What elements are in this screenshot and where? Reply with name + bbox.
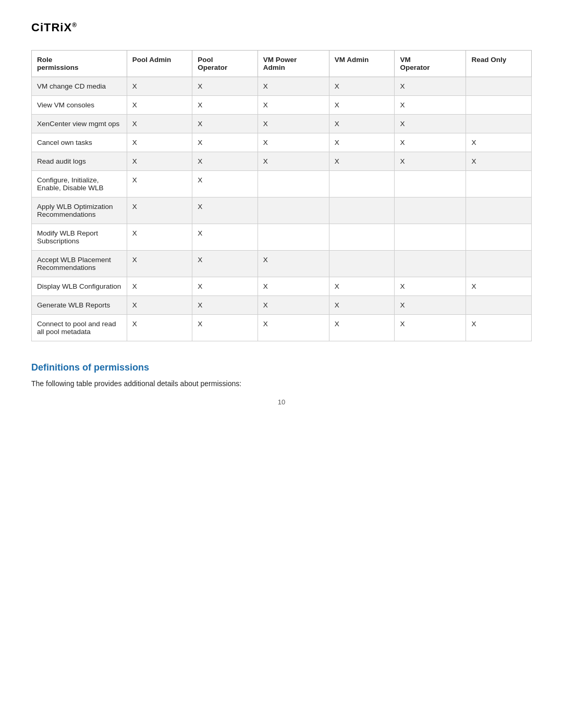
cell-vm_power: X bbox=[258, 296, 329, 315]
cell-read_only: X bbox=[466, 277, 532, 296]
cell-role: Configure, Initialize, Enable, Disable W… bbox=[32, 171, 127, 198]
cell-vm_op: X bbox=[395, 296, 466, 315]
table-row: View VM consolesXXXXX bbox=[32, 96, 532, 115]
cell-pool_admin: X bbox=[127, 171, 192, 198]
cell-vm_op: X bbox=[395, 315, 466, 341]
cell-vm_admin bbox=[329, 251, 395, 277]
header-vm-power-admin: VM PowerAdmin bbox=[258, 51, 329, 77]
cell-pool_op: X bbox=[192, 77, 258, 96]
page-number: 10 bbox=[31, 398, 532, 406]
table-row: VM change CD mediaXXXXX bbox=[32, 77, 532, 96]
header-pool-admin: Pool Admin bbox=[127, 51, 192, 77]
cell-vm_op: X bbox=[395, 77, 466, 96]
table-row: XenCenter view mgmt opsXXXXX bbox=[32, 115, 532, 133]
cell-pool_op: X bbox=[192, 152, 258, 171]
cell-read_only bbox=[466, 251, 532, 277]
cell-vm_power bbox=[258, 224, 329, 251]
cell-vm_power: X bbox=[258, 133, 329, 152]
cell-pool_op: X bbox=[192, 115, 258, 133]
cell-vm_admin bbox=[329, 198, 395, 224]
cell-pool_op: X bbox=[192, 198, 258, 224]
cell-vm_op bbox=[395, 251, 466, 277]
cell-role: Apply WLB Optimization Recommendations bbox=[32, 198, 127, 224]
cell-pool_admin: X bbox=[127, 315, 192, 341]
cell-vm_admin bbox=[329, 224, 395, 251]
table-row: Connect to pool and read all pool metada… bbox=[32, 315, 532, 341]
cell-read_only bbox=[466, 296, 532, 315]
cell-vm_op: X bbox=[395, 133, 466, 152]
cell-read_only bbox=[466, 77, 532, 96]
definitions-description: The following table provides additional … bbox=[31, 379, 532, 388]
table-row: Apply WLB Optimization RecommendationsXX bbox=[32, 198, 532, 224]
cell-vm_admin: X bbox=[329, 152, 395, 171]
cell-vm_op: X bbox=[395, 277, 466, 296]
cell-pool_op: X bbox=[192, 171, 258, 198]
header-role: Rolepermissions bbox=[32, 51, 127, 77]
header-read-only: Read Only bbox=[466, 51, 532, 77]
header-pool-operator: PoolOperator bbox=[192, 51, 258, 77]
table-row: Generate WLB ReportsXXXXX bbox=[32, 296, 532, 315]
cell-read_only: X bbox=[466, 315, 532, 341]
cell-pool_op: X bbox=[192, 296, 258, 315]
permissions-table: Rolepermissions Pool Admin PoolOperator … bbox=[31, 50, 532, 341]
table-row: Configure, Initialize, Enable, Disable W… bbox=[32, 171, 532, 198]
cell-vm_op: X bbox=[395, 152, 466, 171]
cell-role: Read audit logs bbox=[32, 152, 127, 171]
cell-read_only bbox=[466, 171, 532, 198]
cell-role: Modify WLB Report Subscriptions bbox=[32, 224, 127, 251]
cell-pool_op: X bbox=[192, 224, 258, 251]
header-vm-admin: VM Admin bbox=[329, 51, 395, 77]
cell-role: Cancel own tasks bbox=[32, 133, 127, 152]
cell-role: View VM consoles bbox=[32, 96, 127, 115]
cell-pool_admin: X bbox=[127, 296, 192, 315]
cell-vm_op bbox=[395, 224, 466, 251]
cell-vm_admin: X bbox=[329, 277, 395, 296]
cell-pool_admin: X bbox=[127, 77, 192, 96]
cell-vm_op: X bbox=[395, 115, 466, 133]
cell-vm_admin: X bbox=[329, 115, 395, 133]
cell-vm_power: X bbox=[258, 251, 329, 277]
cell-pool_admin: X bbox=[127, 115, 192, 133]
cell-pool_admin: X bbox=[127, 133, 192, 152]
table-row: Modify WLB Report SubscriptionsXX bbox=[32, 224, 532, 251]
cell-vm_power bbox=[258, 198, 329, 224]
table-header-row: Rolepermissions Pool Admin PoolOperator … bbox=[32, 51, 532, 77]
cell-vm_op: X bbox=[395, 96, 466, 115]
table-row: Read audit logsXXXXXX bbox=[32, 152, 532, 171]
table-row: Display WLB ConfigurationXXXXXX bbox=[32, 277, 532, 296]
logo-area: CiTRiX® bbox=[31, 21, 532, 34]
cell-vm_admin: X bbox=[329, 315, 395, 341]
cell-vm_power: X bbox=[258, 277, 329, 296]
cell-vm_power: X bbox=[258, 115, 329, 133]
cell-vm_admin bbox=[329, 171, 395, 198]
definitions-title: Definitions of permissions bbox=[31, 362, 532, 373]
table-row: Cancel own tasksXXXXXX bbox=[32, 133, 532, 152]
cell-pool_admin: X bbox=[127, 198, 192, 224]
cell-pool_op: X bbox=[192, 277, 258, 296]
table-row: Accept WLB Placement RecommendationsXXX bbox=[32, 251, 532, 277]
cell-vm_power: X bbox=[258, 77, 329, 96]
cell-vm_power bbox=[258, 171, 329, 198]
cell-role: Generate WLB Reports bbox=[32, 296, 127, 315]
cell-vm_admin: X bbox=[329, 296, 395, 315]
cell-pool_op: X bbox=[192, 133, 258, 152]
cell-pool_admin: X bbox=[127, 251, 192, 277]
citrix-logo: CiTRiX® bbox=[31, 21, 532, 34]
cell-pool_admin: X bbox=[127, 152, 192, 171]
cell-pool_admin: X bbox=[127, 96, 192, 115]
cell-role: Display WLB Configuration bbox=[32, 277, 127, 296]
cell-pool_op: X bbox=[192, 315, 258, 341]
cell-read_only: X bbox=[466, 133, 532, 152]
cell-pool_admin: X bbox=[127, 277, 192, 296]
cell-role: Accept WLB Placement Recommendations bbox=[32, 251, 127, 277]
cell-read_only: X bbox=[466, 152, 532, 171]
cell-vm_admin: X bbox=[329, 133, 395, 152]
cell-pool_op: X bbox=[192, 96, 258, 115]
cell-vm_power: X bbox=[258, 96, 329, 115]
cell-vm_admin: X bbox=[329, 96, 395, 115]
cell-read_only bbox=[466, 96, 532, 115]
cell-pool_op: X bbox=[192, 251, 258, 277]
cell-read_only bbox=[466, 115, 532, 133]
cell-read_only bbox=[466, 224, 532, 251]
cell-read_only bbox=[466, 198, 532, 224]
